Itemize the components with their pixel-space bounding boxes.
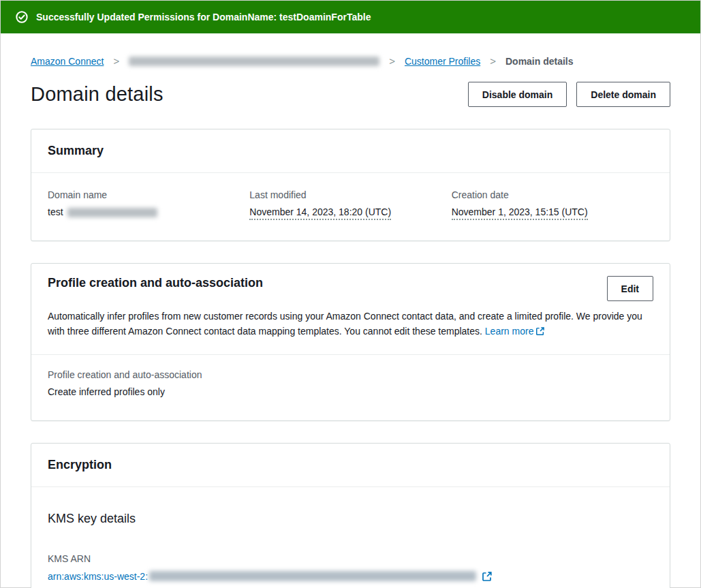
description-text: Automatically infer profiles from new cu… xyxy=(48,311,642,337)
encryption-card: Encryption KMS key details KMS ARN arn:a… xyxy=(31,443,670,588)
breadcrumb-current-page: Domain details xyxy=(505,56,574,67)
summary-fields: Domain name test Last modified November … xyxy=(31,173,670,241)
kms-arn-link[interactable]: arn:aws:kms:us-west-2: xyxy=(48,571,148,582)
profile-creation-mode-value: Create inferred profiles only xyxy=(48,386,653,397)
field-label: Domain name xyxy=(48,189,249,200)
kms-key-details-heading: KMS key details xyxy=(48,512,653,526)
profile-creation-field: Profile creation and auto-association Cr… xyxy=(31,354,670,420)
learn-more-label: Learn more xyxy=(485,326,534,337)
page: Successfully Updated Permissions for Dom… xyxy=(0,0,701,588)
header-actions: Disable domain Delete domain xyxy=(468,82,670,107)
main-content: Amazon Connect > > Customer Profiles > D… xyxy=(1,55,700,588)
profile-creation-title: Profile creation and auto-association xyxy=(48,276,263,290)
profile-creation-card: Profile creation and auto-association Ed… xyxy=(31,263,670,420)
breadcrumb: Amazon Connect > > Customer Profiles > D… xyxy=(31,55,670,67)
domain-name-redacted xyxy=(67,208,157,217)
disable-domain-button[interactable]: Disable domain xyxy=(468,82,567,107)
field-value: test xyxy=(48,206,249,217)
last-modified-value[interactable]: November 14, 2023, 18:20 (UTC) xyxy=(249,206,391,220)
profile-creation-description: Automatically infer profiles from new cu… xyxy=(48,309,653,339)
summary-card: Summary Domain name test Last modified N… xyxy=(31,129,670,241)
summary-field-creation-date: Creation date November 1, 2023, 15:15 (U… xyxy=(452,189,653,217)
kms-arn-row: arn:aws:kms:us-west-2: xyxy=(48,571,653,582)
creation-date-value[interactable]: November 1, 2023, 15:15 (UTC) xyxy=(452,206,588,220)
edit-button[interactable]: Edit xyxy=(607,276,653,301)
kms-arn-label: KMS ARN xyxy=(48,553,653,564)
field-label: Profile creation and auto-association xyxy=(48,369,653,380)
field-label: Creation date xyxy=(452,189,653,200)
breadcrumb-redacted-item xyxy=(129,57,379,66)
breadcrumb-customer-profiles[interactable]: Customer Profiles xyxy=(405,56,480,67)
breadcrumb-separator: > xyxy=(490,55,496,67)
summary-title: Summary xyxy=(48,144,653,158)
field-label: Last modified xyxy=(249,189,451,200)
kms-arn-redacted xyxy=(149,571,476,581)
summary-field-domain-name: Domain name test xyxy=(48,189,249,217)
summary-card-header: Summary xyxy=(31,129,670,173)
breadcrumb-amazon-connect[interactable]: Amazon Connect xyxy=(31,56,104,67)
encryption-body: KMS key details KMS ARN arn:aws:kms:us-w… xyxy=(31,487,670,588)
success-banner: Successfully Updated Permissions for Dom… xyxy=(1,1,700,33)
profile-creation-title-row: Profile creation and auto-association Ed… xyxy=(48,276,653,301)
learn-more-link[interactable]: Learn more xyxy=(485,326,546,337)
page-header: Domain details Disable domain Delete dom… xyxy=(31,82,670,107)
breadcrumb-separator: > xyxy=(113,55,119,67)
field-value: November 14, 2023, 18:20 (UTC) xyxy=(249,206,451,217)
profile-creation-header: Profile creation and auto-association Ed… xyxy=(31,264,670,354)
encryption-card-header: Encryption xyxy=(31,444,670,487)
external-link-icon[interactable] xyxy=(482,571,493,582)
check-circle-icon xyxy=(16,11,28,23)
domain-name-value: test xyxy=(48,206,63,217)
summary-field-last-modified: Last modified November 14, 2023, 18:20 (… xyxy=(249,189,451,217)
encryption-title: Encryption xyxy=(48,458,653,472)
page-title: Domain details xyxy=(31,83,163,106)
breadcrumb-separator: > xyxy=(389,55,395,67)
delete-domain-button[interactable]: Delete domain xyxy=(576,82,670,107)
field-value: November 1, 2023, 15:15 (UTC) xyxy=(452,206,653,217)
banner-message: Successfully Updated Permissions for Dom… xyxy=(36,12,371,22)
external-link-icon xyxy=(535,326,545,336)
